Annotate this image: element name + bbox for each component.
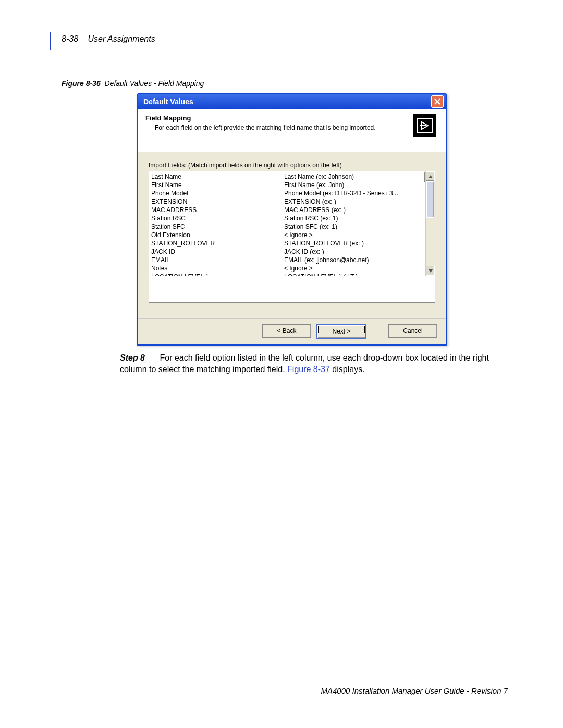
dialog-subheading: For each field on the left provide the m… — [155, 124, 407, 131]
close-button[interactable] — [431, 95, 444, 108]
page-accent-bar — [50, 32, 51, 50]
field-option-label: Old Extension — [151, 231, 284, 239]
import-fields-label: Import Fields: (Match import fields on t… — [149, 162, 435, 169]
page-footer: MA4000 Installation Manager User Guide -… — [62, 682, 508, 695]
field-mapping-row[interactable]: Station SFCStation SFC (ex: 1) — [151, 223, 423, 231]
field-mapping-row[interactable]: Old Extension< Ignore > — [151, 231, 423, 239]
field-mapping-value[interactable]: Last Name (ex: Johnson) — [284, 172, 423, 181]
back-button[interactable]: < Back — [262, 324, 311, 338]
field-mapping-value[interactable]: First Name (ex: John) — [284, 181, 423, 189]
field-option-label: First Name — [151, 181, 284, 189]
field-mapping-row[interactable]: MAC ADDRESSMAC ADDRESS (ex: ) — [151, 206, 423, 214]
field-mapping-row[interactable]: STATION_ROLLOVERSTATION_ROLLOVER (ex: ) — [151, 239, 423, 248]
field-mapping-row[interactable]: First NameFirst Name (ex: John) — [151, 181, 423, 189]
chevron-up-icon — [429, 175, 433, 178]
field-mapping-value[interactable]: EXTENSION (ex: ) — [284, 198, 423, 206]
step-label: Step 8 — [120, 352, 157, 364]
field-mapping-value[interactable]: Phone Model (ex: DTR-32D - Series i 3... — [284, 189, 423, 198]
field-mapping-row-clipped: LOCATION LEVEL 1LOCATION LEVEL 1 ( l T ) — [151, 273, 423, 276]
scrollbar[interactable] — [425, 171, 435, 276]
field-mapping-value[interactable]: EMAIL (ex: jjohnson@abc.net) — [284, 256, 423, 264]
caption-rule — [62, 73, 260, 73]
field-mapping-row[interactable]: JACK IDJACK ID (ex: ) — [151, 248, 423, 256]
field-option-label: JACK ID — [151, 248, 284, 256]
field-mapping-value: LOCATION LEVEL 1 ( l T ) — [284, 273, 423, 276]
list-footer-area — [149, 276, 435, 303]
page-number: 8-38 — [62, 34, 78, 43]
page-header: 8-38 User Assignments — [62, 34, 155, 44]
dialog-section-header: Field Mapping For each field on the left… — [138, 109, 446, 152]
step-8-paragraph: Step 8 For each field option listed in t… — [120, 352, 507, 375]
scroll-up-button[interactable] — [426, 171, 435, 181]
field-mapping-value[interactable]: Station RSC (ex: 1) — [284, 214, 423, 223]
field-mapping-value[interactable]: < Ignore > — [284, 231, 423, 239]
dialog-heading: Field Mapping — [145, 114, 407, 122]
figure-caption: Figure 8-36 Default Values - Field Mappi… — [62, 79, 204, 88]
field-option-label: MAC ADDRESS — [151, 206, 284, 214]
field-option-label: Notes — [151, 264, 284, 273]
field-mapping-row[interactable]: EXTENSIONEXTENSION (ex: ) — [151, 198, 423, 206]
scroll-track[interactable] — [426, 181, 435, 266]
field-option-label: Last Name — [151, 172, 284, 181]
field-option-label: EXTENSION — [151, 198, 284, 206]
chevron-down-icon — [429, 269, 433, 273]
close-icon — [434, 98, 441, 105]
field-mapping-value[interactable]: MAC ADDRESS (ex: ) — [284, 206, 423, 214]
field-mapping-row[interactable]: Notes< Ignore > — [151, 264, 423, 273]
field-option-label: Station RSC — [151, 214, 284, 223]
field-mapping-row[interactable]: Last NameLast Name (ex: Johnson) — [151, 172, 423, 181]
field-option-label: Phone Model — [151, 189, 284, 198]
arrow-tile-icon — [413, 114, 436, 137]
field-mapping-value[interactable]: JACK ID (ex: ) — [284, 248, 423, 256]
dialog-title: Default Values — [143, 97, 193, 106]
default-values-dialog: Default Values Field Mapping For each fi… — [137, 93, 447, 346]
field-option-label: EMAIL — [151, 256, 284, 264]
scroll-down-button[interactable] — [426, 266, 435, 276]
field-option-label: STATION_ROLLOVER — [151, 239, 284, 248]
figure-reference-link[interactable]: Figure 8-37 — [287, 365, 330, 374]
page-section-title: User Assignments — [88, 34, 155, 43]
field-mapping-value[interactable]: Station SFC (ex: 1) — [284, 223, 423, 231]
dialog-body: Import Fields: (Match import fields on t… — [138, 152, 446, 318]
field-mapping-list[interactable]: Last NameLast Name (ex: Johnson)First Na… — [149, 171, 435, 276]
dialog-button-bar: < Back Next > Cancel — [138, 318, 446, 344]
field-option-label: Station SFC — [151, 223, 284, 231]
step-text-tail: displays. — [330, 365, 365, 374]
field-mapping-row[interactable]: Station RSCStation RSC (ex: 1) — [151, 214, 423, 223]
next-button[interactable]: Next > — [316, 324, 366, 339]
field-mapping-value[interactable]: STATION_ROLLOVER (ex: ) — [284, 239, 423, 248]
figure-caption-label: Figure 8-36 — [62, 79, 101, 88]
figure-caption-text: Default Values - Field Mapping — [104, 79, 204, 88]
cancel-button[interactable]: Cancel — [388, 324, 437, 338]
field-mapping-value[interactable]: < Ignore > — [284, 264, 423, 273]
field-option-label: LOCATION LEVEL 1 — [151, 273, 284, 276]
dialog-titlebar: Default Values — [138, 94, 446, 109]
scroll-thumb[interactable] — [426, 181, 434, 218]
field-mapping-row[interactable]: EMAILEMAIL (ex: jjohnson@abc.net) — [151, 256, 423, 264]
field-mapping-row[interactable]: Phone ModelPhone Model (ex: DTR-32D - Se… — [151, 189, 423, 198]
